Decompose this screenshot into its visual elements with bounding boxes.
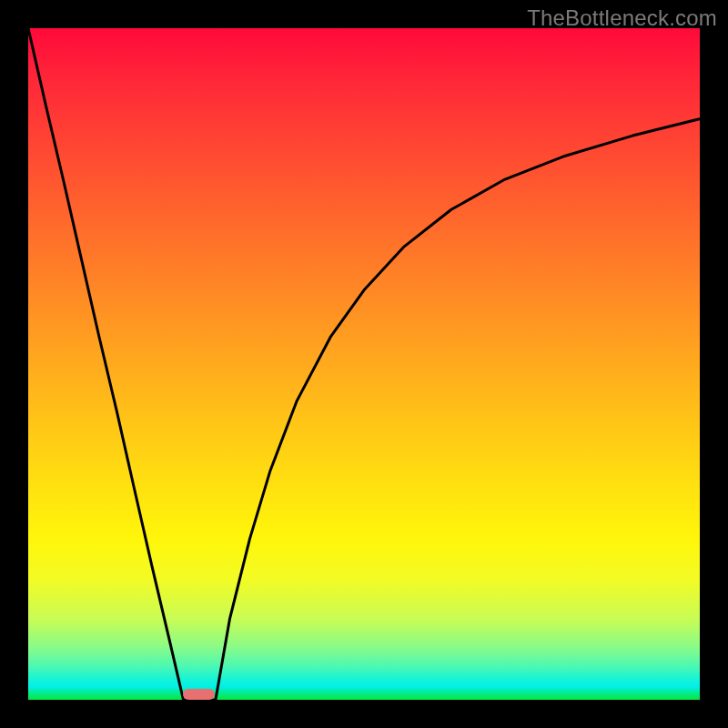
- chart-frame: TheBottleneck.com: [0, 0, 728, 728]
- watermark-text: TheBottleneck.com: [527, 5, 717, 31]
- plot-area: [28, 28, 700, 700]
- minimum-marker: [183, 689, 215, 700]
- curve-path: [28, 28, 700, 700]
- bottleneck-curve: [28, 28, 700, 700]
